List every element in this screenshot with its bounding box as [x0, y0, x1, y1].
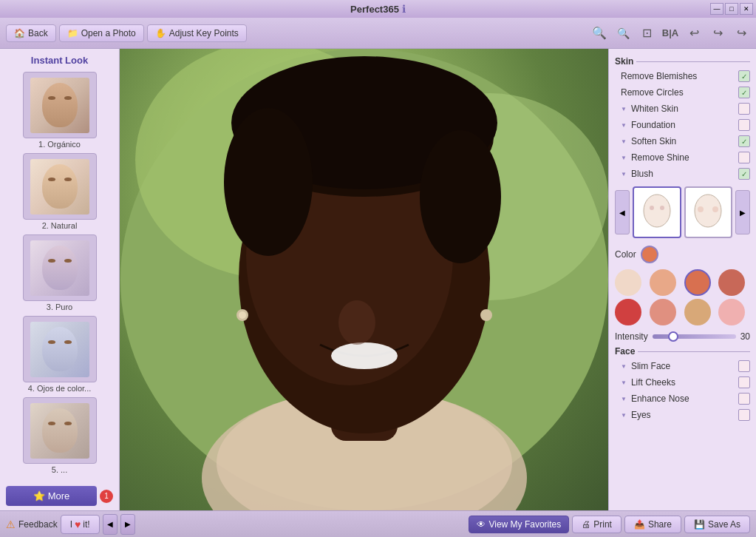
intensity-slider[interactable] — [653, 334, 736, 339]
more-badge: 1 — [100, 490, 113, 503]
skin-section-line — [636, 61, 750, 62]
zoom-in-icon[interactable]: 🔍 — [590, 24, 608, 42]
list-item[interactable]: 2. Natural — [3, 153, 116, 230]
remove-shine-item: ▼ Remove Shine — [609, 149, 756, 166]
bia-button[interactable]: B|A — [661, 24, 679, 42]
look-thumb-5[interactable] — [23, 397, 97, 464]
list-item[interactable]: 1. Orgánico — [3, 72, 116, 149]
next-arrow[interactable]: ▶ — [120, 514, 135, 535]
color-cell-1[interactable] — [615, 269, 641, 296]
foundation-checkbox[interactable] — [738, 119, 750, 131]
whiten-skin-triangle: ▼ — [621, 106, 627, 112]
enhance-nose-triangle: ▼ — [621, 396, 627, 402]
remove-shine-checkbox[interactable] — [738, 152, 750, 163]
blush-checkbox[interactable] — [738, 168, 750, 180]
face-section-line — [638, 351, 750, 352]
i-love-it-button[interactable]: I ♥ it! — [61, 515, 100, 534]
close-button[interactable]: ✕ — [740, 3, 753, 15]
i-label: I — [70, 519, 72, 530]
more-button[interactable]: ⭐ More — [6, 486, 97, 506]
undo-icon[interactable]: ↩ — [685, 24, 703, 42]
slim-face-checkbox[interactable] — [738, 360, 750, 372]
whiten-skin-label: Whiten Skin — [631, 104, 735, 114]
remove-blemishes-item: Remove Blemishes — [609, 68, 756, 84]
color-cell-3[interactable] — [684, 269, 711, 296]
face-option-2[interactable] — [684, 186, 733, 238]
window-controls: — □ ✕ — [710, 3, 753, 15]
info-icon: ℹ — [402, 3, 406, 15]
view-favorites-button[interactable]: 👁 View My Favorites — [469, 516, 569, 533]
open-photo-icon: 📁 — [67, 28, 78, 38]
intensity-slider-container — [653, 334, 736, 339]
enhance-nose-item: ▼ Enhance Nose — [609, 391, 756, 407]
color-cell-5[interactable] — [615, 299, 641, 325]
svg-point-21 — [698, 206, 704, 212]
remove-circles-checkbox[interactable] — [738, 87, 750, 98]
eyes-item: ▼ Eyes — [609, 407, 756, 423]
face-prev-button[interactable]: ◀ — [615, 190, 630, 234]
list-item[interactable]: 4. Ojos de color... — [3, 316, 116, 393]
list-item[interactable]: 3. Puro — [3, 234, 116, 311]
look-label-3: 3. Puro — [47, 303, 72, 311]
color-cell-6[interactable] — [650, 299, 676, 325]
photo-area — [120, 49, 608, 510]
open-photo-button[interactable]: 📁 Open a Photo — [59, 24, 144, 42]
look-thumb-4[interactable] — [23, 316, 97, 382]
face-svg-1 — [638, 190, 675, 234]
remove-circles-label: Remove Circles — [621, 87, 735, 98]
look-thumb-3[interactable] — [23, 234, 97, 301]
redo-icon[interactable]: ↪ — [732, 24, 750, 42]
eyes-checkbox[interactable] — [738, 409, 750, 421]
foundation-triangle: ▼ — [621, 122, 627, 129]
skin-section-header: Skin — [609, 55, 756, 68]
lift-cheeks-label: Lift Cheeks — [631, 377, 735, 388]
color-cell-7[interactable] — [684, 299, 711, 325]
remove-blemishes-checkbox[interactable] — [738, 70, 750, 82]
enhance-nose-checkbox[interactable] — [738, 393, 750, 405]
lift-cheeks-triangle: ▼ — [621, 379, 627, 386]
foundation-item: ▼ Foundation — [609, 117, 756, 133]
color-label: Color — [615, 249, 636, 260]
soften-skin-checkbox[interactable] — [738, 135, 750, 147]
foundation-label: Foundation — [631, 120, 735, 130]
color-cell-4[interactable] — [718, 269, 745, 296]
back-icon: 🏠 — [14, 28, 25, 38]
color-grid — [609, 266, 756, 328]
intensity-row: Intensity 30 — [609, 328, 756, 345]
prev-arrow[interactable]: ◀ — [103, 514, 118, 535]
lift-cheeks-checkbox[interactable] — [738, 376, 750, 388]
share-button[interactable]: 📤 Share — [624, 516, 681, 533]
blush-label: Blush — [631, 169, 735, 179]
svg-point-18 — [650, 206, 654, 210]
eyes-label: Eyes — [631, 410, 735, 420]
undo2-icon[interactable]: ↪ — [709, 24, 726, 42]
zoom-out-icon[interactable]: 🔍 — [614, 24, 632, 42]
toolbar: 🏠 Back 📁 Open a Photo ✋ Adjust Key Point… — [0, 18, 756, 49]
print-button[interactable]: 🖨 Print — [572, 516, 622, 533]
adjust-icon: ✋ — [155, 28, 166, 38]
back-button[interactable]: 🏠 Back — [6, 24, 56, 42]
save-as-button[interactable]: 💾 Save As — [684, 516, 750, 533]
face-option-1[interactable] — [633, 186, 681, 238]
minimize-button[interactable]: — — [710, 3, 723, 15]
feedback-button[interactable]: ⚠ Feedback — [6, 519, 58, 530]
fit-icon[interactable]: ⊡ — [638, 24, 655, 42]
look-thumb-1[interactable] — [23, 72, 97, 138]
left-panel: Instant Look 1. Orgánico 2. Natural — [0, 49, 120, 510]
color-swatch[interactable] — [641, 246, 658, 263]
toolbar-right: 🔍 🔍 ⊡ B|A ↩ ↪ ↪ — [590, 24, 750, 42]
face-next-button[interactable]: ▶ — [735, 190, 750, 234]
app-title: Perfect365 — [350, 4, 399, 15]
slim-face-triangle: ▼ — [621, 363, 627, 370]
face-selector: ◀ ▶ — [609, 182, 756, 243]
look-thumb-2[interactable] — [23, 153, 97, 220]
remove-shine-label: Remove Shine — [631, 152, 735, 163]
list-item[interactable]: 5. ... — [3, 397, 116, 474]
instant-look-title: Instant Look — [0, 49, 119, 69]
whiten-skin-checkbox[interactable] — [738, 103, 750, 115]
color-cell-2[interactable] — [650, 269, 676, 296]
adjust-keypoints-button[interactable]: ✋ Adjust Key Points — [147, 24, 247, 42]
enhance-nose-label: Enhance Nose — [631, 394, 735, 404]
maximize-button[interactable]: □ — [725, 3, 738, 15]
color-cell-8[interactable] — [718, 299, 745, 325]
